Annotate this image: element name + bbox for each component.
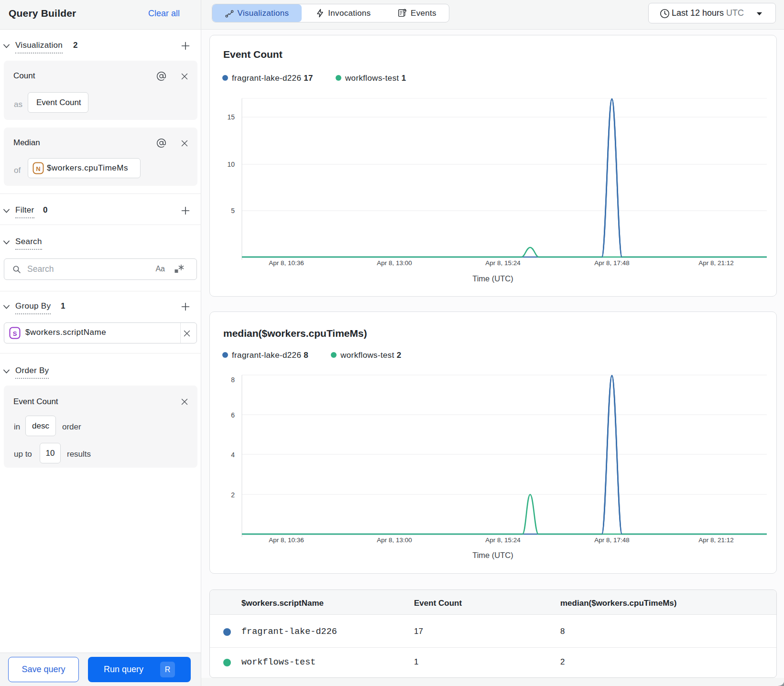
svg-text:Apr 8, 15:24: Apr 8, 15:24 — [485, 536, 521, 544]
svg-text:Apr 8, 17:48: Apr 8, 17:48 — [594, 259, 630, 267]
svg-text:S: S — [13, 330, 17, 337]
svg-text:2: 2 — [231, 491, 235, 499]
svg-text:6: 6 — [231, 411, 235, 419]
svg-text:Apr 8, 13:00: Apr 8, 13:00 — [377, 536, 412, 544]
svg-text:Apr 8, 10:36: Apr 8, 10:36 — [269, 259, 304, 267]
svg-text:4: 4 — [231, 451, 235, 459]
svg-text:8: 8 — [231, 376, 235, 384]
svg-text:Apr 8, 10:36: Apr 8, 10:36 — [269, 536, 304, 544]
svg-text:Apr 8, 15:24: Apr 8, 15:24 — [485, 259, 521, 267]
svg-text:Apr 8, 21:12: Apr 8, 21:12 — [698, 536, 734, 544]
svg-text:15: 15 — [227, 113, 235, 121]
svg-text:Apr 8, 21:12: Apr 8, 21:12 — [698, 259, 734, 267]
svg-text:10: 10 — [227, 161, 235, 168]
svg-text:Time (UTC): Time (UTC) — [472, 551, 513, 559]
svg-text:Time (UTC): Time (UTC) — [472, 274, 513, 283]
svg-text:Apr 8, 17:48: Apr 8, 17:48 — [594, 536, 630, 544]
svg-text:N: N — [36, 165, 40, 172]
svg-text:Apr 8, 13:00: Apr 8, 13:00 — [377, 259, 412, 267]
svg-text:5: 5 — [231, 207, 235, 214]
